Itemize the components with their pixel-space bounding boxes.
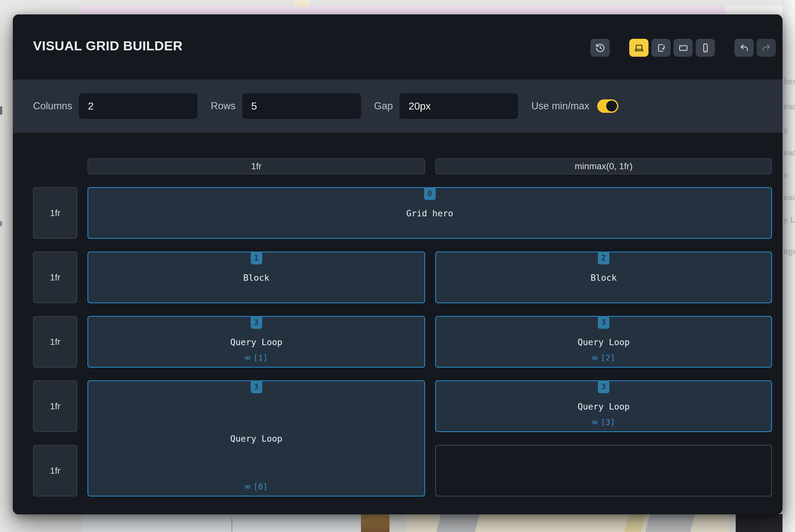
cell-index-badge: 2: [598, 251, 609, 264]
column-track-header-1[interactable]: 1fr: [88, 158, 425, 174]
cell-index-badge: 3: [598, 316, 609, 329]
undo-button[interactable]: [734, 39, 754, 57]
gap-input[interactable]: [399, 93, 518, 119]
cell-label: Query Loop: [88, 337, 424, 347]
row-track-header-3[interactable]: 1fr: [33, 316, 77, 367]
loop-index: [0]: [253, 482, 268, 491]
loop-index: [1]: [253, 353, 268, 362]
grid-cell-block-1[interactable]: 1 Block: [88, 251, 425, 303]
gap-label: Gap: [374, 100, 393, 112]
grid-cell-block-2[interactable]: 2 Block: [435, 251, 772, 303]
infinity-icon: ∞: [245, 353, 250, 362]
cell-label: Block: [436, 272, 771, 282]
cell-index-badge: 3: [598, 380, 609, 393]
cell-label: Query Loop: [436, 401, 771, 411]
grid-corner-spacer: [33, 158, 77, 174]
history-button[interactable]: [590, 39, 610, 57]
background-image-detail: [435, 514, 480, 532]
phone-icon: [700, 43, 711, 53]
grid-cell-query-loop-0[interactable]: 3 Query Loop ∞[0]: [88, 380, 425, 496]
loop-index: [3]: [601, 418, 615, 427]
cell-index-badge: 3: [251, 316, 262, 329]
cell-loop-link: ∞[1]: [88, 353, 424, 362]
cell-loop-link: ∞[3]: [436, 418, 771, 427]
controls-bar: Columns Rows Gap Use min/max: [13, 79, 782, 133]
redo-icon: [761, 43, 771, 53]
infinity-icon: ∞: [592, 418, 598, 427]
minmax-label: Use min/max: [531, 100, 589, 112]
tablet-rotate-icon: [656, 43, 666, 53]
columns-input[interactable]: [79, 93, 197, 119]
background-image-fragment: [361, 514, 390, 532]
grid-builder-canvas: 1fr minmax(0, 1fr) 1fr 1fr 1fr 1fr 1fr 0…: [33, 158, 772, 496]
background-image-fragment: [82, 514, 361, 532]
column-track-header-2[interactable]: minmax(0, 1fr): [435, 158, 772, 174]
cell-label: Grid hero: [88, 208, 771, 218]
preview-tablet-rotate-button[interactable]: [651, 39, 670, 57]
toolbar: [590, 39, 776, 57]
row-track-header-5[interactable]: 1fr: [33, 445, 77, 496]
grid-cell-query-loop-2[interactable]: 3 Query Loop ∞[2]: [435, 316, 772, 367]
preview-laptop-button[interactable]: [629, 39, 648, 57]
preview-phone-button[interactable]: [696, 39, 715, 57]
app-header: VISUAL GRID BUILDER: [13, 15, 782, 79]
cell-label: Query Loop: [436, 337, 771, 347]
minmax-toggle[interactable]: [597, 99, 618, 113]
grid-cell-query-loop-1[interactable]: 3 Query Loop ∞[1]: [88, 316, 425, 367]
laptop-icon: [634, 43, 644, 53]
cell-label: Block: [88, 272, 424, 282]
infinity-icon: ∞: [592, 353, 598, 362]
background-image-detail: [624, 514, 646, 532]
rows-label: Rows: [211, 100, 235, 112]
background-cream-fragment: [294, 0, 310, 7]
background-text-fragment: eadi: [783, 102, 795, 111]
history-icon: [595, 43, 605, 53]
background-image-detail: [231, 518, 232, 532]
cell-index-badge: 3: [251, 380, 262, 393]
tablet-landscape-icon: [678, 43, 688, 53]
cell-index-badge: 0: [424, 187, 436, 200]
grid-cell-empty[interactable]: [435, 445, 772, 496]
background-image-detail: [644, 514, 696, 532]
cell-loop-link: ∞[0]: [88, 482, 424, 491]
cell-loop-link: ∞[2]: [436, 353, 771, 362]
redo-button[interactable]: [757, 39, 776, 57]
row-track-header-2[interactable]: 1fr: [33, 251, 77, 303]
row-track-header-1[interactable]: 1fr: [33, 187, 77, 239]
cell-label: Query Loop: [88, 434, 424, 443]
gap-control: Gap: [374, 93, 518, 119]
columns-label: Columns: [33, 100, 72, 112]
preview-tablet-landscape-button[interactable]: [674, 39, 693, 57]
background-text-fragment: age: [783, 247, 795, 256]
page-title: VISUAL GRID BUILDER: [33, 38, 183, 54]
background-text-fragment: y Lo: [783, 215, 795, 225]
rows-control: Rows: [211, 93, 361, 119]
columns-control: Columns: [33, 93, 197, 119]
minmax-control: Use min/max: [531, 99, 618, 113]
background-text-fragment: eadi: [783, 148, 795, 157]
desktop-background: her eadi x eadi x eadi y Lo age VISUAL G…: [0, 0, 795, 532]
background-text-fragment: x: [783, 126, 788, 135]
cell-index-badge: 1: [251, 251, 262, 264]
undo-icon: [739, 43, 749, 53]
background-image-fragment: [405, 514, 729, 532]
rows-input[interactable]: [242, 93, 361, 119]
background-right-column: her eadi x eadi x eadi y Lo age: [782, 0, 795, 532]
background-text-fragment: eadi: [783, 193, 795, 202]
infinity-icon: ∞: [245, 482, 250, 491]
background-text-fragment: her: [783, 77, 795, 86]
background-edge-mark: [0, 221, 2, 226]
row-track-header-4[interactable]: 1fr: [33, 380, 77, 432]
toggle-knob: [606, 101, 617, 112]
visual-grid-builder-window: VISUAL GRID BUILDER: [13, 15, 782, 514]
grid-cell-query-loop-3[interactable]: 3 Query Loop ∞[3]: [435, 380, 772, 432]
background-text-fragment: x: [783, 171, 788, 180]
background-edge-mark: [0, 107, 2, 115]
loop-index: [2]: [601, 353, 615, 362]
grid-cell-hero[interactable]: 0 Grid hero: [88, 187, 772, 239]
